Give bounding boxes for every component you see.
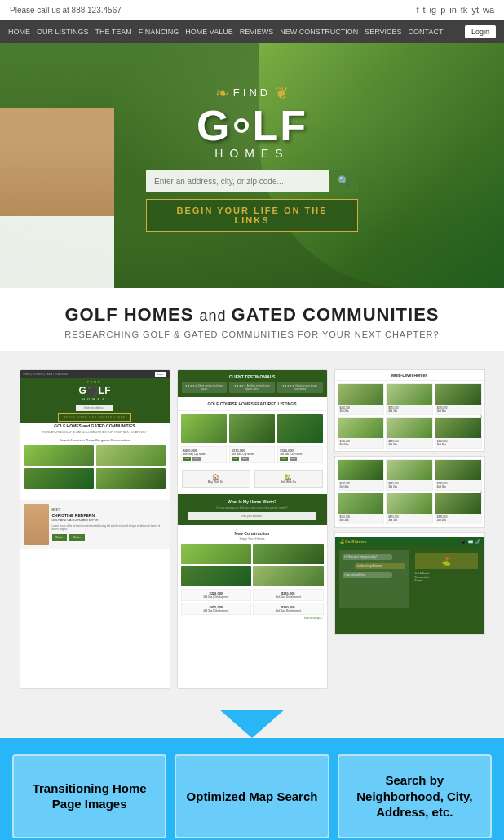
listing-card-6: $310,0003bd 2ba (435, 417, 482, 449)
right-arrow-icon-2: › (480, 489, 483, 496)
hero-section: ❧ FIND ❦ G LF HOMES 🔍 BEGIN YOUR LIFE ON… (0, 43, 504, 288)
right-arrow-icon: › (480, 413, 483, 420)
feature-2-text: Optimized Map Search (187, 789, 318, 805)
listing-card-4: $280,0002bd 2ba (338, 417, 385, 449)
nav-contact[interactable]: CONTACT (409, 28, 444, 36)
right-screenshots: Multi-Level Homes $450,0003bd 2ba $375,0… (334, 369, 485, 689)
hero-golf-text: G LF (197, 104, 307, 147)
listing-card-2: $375,0004bd 3ba (386, 383, 433, 415)
nav-reviews[interactable]: REVIEWS (240, 28, 274, 36)
nav-services[interactable]: SERVICES (365, 28, 401, 36)
title-part2: GATED COMMUNITIES (232, 304, 440, 325)
down-arrow-icon (219, 710, 285, 738)
twitter-icon[interactable]: t (423, 5, 426, 15)
golf-ball-icon (234, 118, 249, 133)
listing-card-3: $525,0005bd 4ba (435, 383, 482, 415)
right-top-card: Multi-Level Homes $450,0003bd 2ba $375,0… (334, 369, 485, 452)
listing-card-5: $490,0004bd 3ba (386, 417, 433, 449)
title-connector: and (200, 307, 232, 324)
hero-search-input[interactable] (146, 171, 329, 192)
nav-team[interactable]: THE TEAM (95, 28, 132, 36)
listing-card-1: $450,0003bd 2ba (338, 383, 385, 415)
mid-listings (178, 411, 327, 446)
title-part1: GOLF HOMES (65, 304, 194, 325)
hero-search-box: 🔍 (146, 170, 358, 192)
mid-testimonials: CLIENT TESTIMONIALS ★★★★★ Client review … (178, 370, 327, 397)
screenshots-section: HOME | LISTINGS | TEAM | FINANCING Login… (0, 353, 504, 705)
dark-chat: Hi! How can I help you today? Looking fo… (339, 550, 409, 608)
top-listings-grid: $450,0003bd 2ba $375,0004bd 3ba $525,000… (335, 381, 484, 451)
features-section: Transitioning Home Page Images Optimized… (0, 738, 504, 840)
left-person: MEET CHRISTINE REDFERN GOLF AND GATED HO… (20, 500, 170, 549)
whatsapp-icon[interactable]: wa (483, 5, 494, 15)
tiktok-icon[interactable]: tk (461, 5, 468, 15)
mid-listings-grid: $620,0005bd 4ba $445,0003bd 2ba $390,000… (335, 457, 484, 527)
navbar: HOME OUR LISTINGS THE TEAM FINANCING HOM… (0, 20, 504, 43)
pinterest-icon[interactable]: p (440, 5, 445, 15)
arrow-section (0, 705, 504, 738)
linkedin-icon[interactable]: in (449, 5, 457, 15)
left-screenshot: HOME | LISTINGS | TEAM | FINANCING Login… (20, 369, 170, 689)
social-icons: f t ig p in tk yt wa (416, 5, 494, 15)
hero-find-text: FIND (233, 86, 271, 99)
laurel-right-icon: ❦ (275, 83, 289, 103)
hero-cta-button[interactable]: BEGIN YOUR LIFE ON THE LINKS (146, 199, 358, 232)
left-grid (24, 445, 166, 489)
nav-newconstruction[interactable]: NEW CONSTRUCTION (280, 28, 358, 36)
mid-new-construction: New Construction Single Story Homes $320… (178, 528, 327, 623)
mid-worth: What Is My Home Worth? Can we assist you… (178, 494, 327, 525)
dark-mockup: ⛳ GolfHomes 📱📧🔗 Hi! How can I help you t… (335, 537, 484, 634)
page-subtitle: RESEARCHING GOLF & GATED COMMUNITIES FOR… (16, 329, 488, 339)
feature-card-2: Optimized Map Search (175, 754, 329, 838)
left-mockup: HOME | LISTINGS | TEAM | FINANCING Login… (20, 370, 170, 631)
top-bar: Please call us at 888.123.4567 f t ig p … (0, 0, 504, 20)
left-heading: GOLF HOMES and GATED COMMUNITIES RESEARC… (20, 419, 170, 496)
youtube-icon[interactable]: yt (471, 5, 479, 15)
middle-screenshot: CLIENT TESTIMONIALS ★★★★★ Client review … (177, 369, 328, 689)
nav-links: HOME OUR LISTINGS THE TEAM FINANCING HOM… (8, 28, 443, 36)
person-image (24, 504, 49, 545)
feature-1-text: Transitioning Home Page Images (22, 780, 157, 812)
hero-search-button[interactable]: 🔍 (329, 170, 358, 192)
hero-woman-image (0, 108, 114, 288)
left-hero-img: FIND G⚫LF HOMES Enter an address... BEGI… (20, 378, 170, 419)
person-info: MEET CHRISTINE REDFERN GOLF AND GATED HO… (52, 508, 166, 541)
nav-listings[interactable]: OUR LISTINGS (37, 28, 89, 36)
laurel-left-icon: ❧ (215, 83, 229, 103)
feature-3-text: Search by Neighborhood, City, Address, e… (347, 772, 482, 820)
login-button[interactable]: Login (465, 25, 496, 38)
hero-logo: ❧ FIND ❦ G LF HOMES (146, 83, 358, 160)
right-middle-card: $620,0005bd 4ba $445,0003bd 2ba $390,000… (334, 456, 485, 528)
mid-actions: 🏠 Buy With Us 🏡 Sell With Us (178, 466, 327, 492)
heading-section: GOLF HOMES and GATED COMMUNITIES RESEARC… (0, 288, 504, 353)
nav-home[interactable]: HOME (8, 28, 30, 36)
phone-number: Please call us at 888.123.4567 (10, 6, 122, 15)
nav-homevalue[interactable]: HOME VALUE (185, 28, 232, 36)
mid-mockup: CLIENT TESTIMONIALS ★★★★★ Client review … (178, 370, 327, 688)
right-dark-card: ⛳ GolfHomes 📱📧🔗 Hi! How can I help you t… (334, 532, 485, 635)
facebook-icon[interactable]: f (416, 5, 418, 15)
feature-card-3: Search by Neighborhood, City, Address, e… (338, 754, 492, 838)
page-title: GOLF HOMES and GATED COMMUNITIES (16, 304, 488, 325)
nav-financing[interactable]: FINANCING (139, 28, 179, 36)
hero-homes-text: HOMES (214, 147, 289, 160)
feature-card-1: Transitioning Home Page Images (12, 754, 166, 838)
right-top-label: Multi-Level Homes (335, 370, 484, 381)
hero-content: ❧ FIND ❦ G LF HOMES 🔍 BEGIN YOUR LIFE ON… (146, 83, 358, 232)
instagram-icon[interactable]: ig (430, 5, 437, 15)
